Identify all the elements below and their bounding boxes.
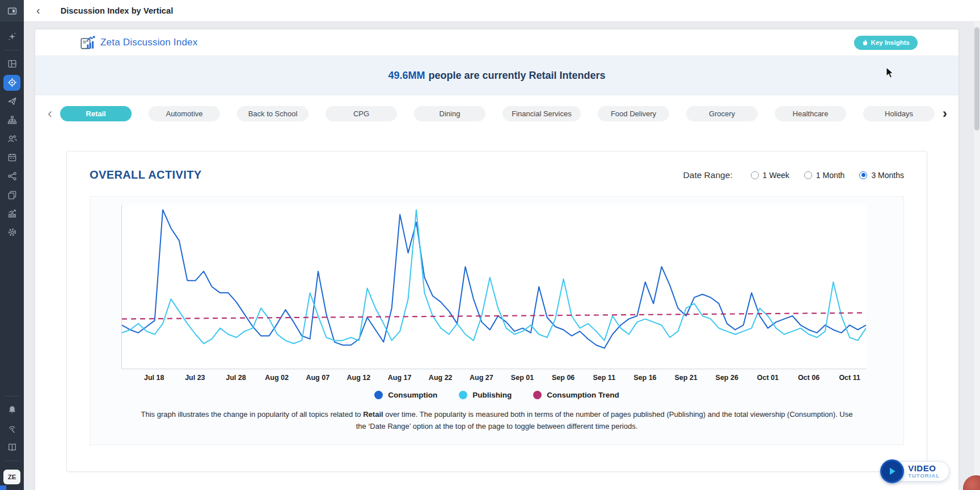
x-tick-label: Aug 27 bbox=[470, 374, 493, 382]
x-tick-label: Sep 11 bbox=[593, 374, 615, 382]
tab-cpg[interactable]: CPG bbox=[326, 106, 397, 121]
chart-plot-area bbox=[121, 205, 866, 369]
x-tick-label: Aug 12 bbox=[347, 374, 371, 382]
intenders-text: people are currently Retail Intenders bbox=[428, 70, 605, 82]
legend-swatch-icon bbox=[459, 391, 467, 399]
legend-label: Publishing bbox=[472, 391, 512, 399]
pages-icon[interactable] bbox=[0, 185, 24, 204]
x-tick-label: Jul 23 bbox=[185, 374, 205, 382]
legend-item-consumption-trend[interactable]: Consumption Trend bbox=[533, 391, 619, 399]
x-tick-label: Oct 11 bbox=[839, 374, 860, 382]
legend-label: Consumption bbox=[388, 391, 437, 399]
back-button[interactable]: ‹ bbox=[36, 5, 40, 16]
logo-text: Zeta Discussion Index bbox=[100, 37, 197, 48]
intenders-count: 49.6MM bbox=[388, 70, 425, 82]
x-tick-label: Sep 16 bbox=[633, 374, 656, 382]
zeta-logo-icon bbox=[81, 36, 95, 49]
radio-label: 1 Month bbox=[816, 171, 845, 180]
x-tick-label: Oct 06 bbox=[798, 374, 820, 382]
sparkles-icon[interactable] bbox=[0, 27, 24, 46]
corner-indicator bbox=[0, 485, 6, 490]
vertical-scrollbar[interactable] bbox=[973, 22, 980, 490]
x-tick-label: Aug 17 bbox=[388, 374, 412, 382]
sidebar: ZE bbox=[0, 0, 24, 490]
radio-circle[interactable] bbox=[751, 171, 759, 179]
legend-swatch-icon bbox=[374, 391, 383, 399]
x-tick-label: Aug 02 bbox=[265, 374, 289, 382]
topbar: ‹ Discussion Index by Vertical bbox=[24, 0, 980, 22]
x-tick-label: Sep 01 bbox=[511, 374, 534, 382]
tab-grocery[interactable]: Grocery bbox=[686, 106, 758, 121]
share-icon[interactable] bbox=[0, 167, 24, 185]
legend-item-publishing[interactable]: Publishing bbox=[459, 391, 512, 399]
send-icon[interactable] bbox=[0, 92, 24, 111]
main-panel: Zeta Discussion Index Key Insights 49.6M… bbox=[35, 29, 958, 490]
x-tick-label: Oct 01 bbox=[757, 374, 779, 382]
radio-circle[interactable] bbox=[859, 171, 867, 179]
radio-1-month[interactable]: 1 Month bbox=[804, 171, 845, 180]
tab-automotive[interactable]: Automotive bbox=[149, 106, 220, 121]
flame-icon bbox=[862, 39, 868, 47]
docs-icon[interactable] bbox=[0, 438, 24, 457]
key-insights-button[interactable]: Key Insights bbox=[854, 36, 918, 50]
video-tutorial-button[interactable]: VIDEO TUTORIAL bbox=[880, 459, 949, 483]
x-tick-label: Aug 22 bbox=[429, 374, 453, 382]
trend-line bbox=[122, 313, 866, 319]
target-icon[interactable] bbox=[0, 73, 24, 92]
radio-label: 1 Week bbox=[763, 171, 789, 180]
tab-financial-services[interactable]: Financial Services bbox=[502, 106, 581, 121]
settings-icon[interactable] bbox=[0, 223, 24, 242]
radio-circle[interactable] bbox=[804, 171, 812, 179]
radio-label: 3 Months bbox=[871, 171, 904, 180]
tab-holidays[interactable]: Holidays bbox=[863, 106, 935, 121]
consumption-line bbox=[122, 210, 866, 348]
chart-legend: ConsumptionPublishingConsumption Trend bbox=[90, 391, 903, 399]
calendar-icon[interactable] bbox=[0, 148, 24, 167]
audience-icon[interactable] bbox=[0, 129, 24, 148]
tab-back-to-school[interactable]: Back to School bbox=[237, 106, 309, 121]
overall-activity-card: OVERALL ACTIVITY Date Range: 1 Week1 Mon… bbox=[66, 151, 927, 472]
chart-description: This graph illustrates the change in pop… bbox=[137, 408, 857, 432]
vertical-tabs: ‹ RetailAutomotiveBack to SchoolCPGDinin… bbox=[35, 95, 958, 132]
analytics-icon[interactable] bbox=[0, 204, 24, 223]
tabs-scroll-left-icon[interactable]: ‹ bbox=[44, 107, 56, 120]
page-title: Discussion Index by Vertical bbox=[61, 6, 174, 15]
tab-healthcare[interactable]: Healthcare bbox=[775, 106, 846, 121]
legend-label: Consumption Trend bbox=[547, 391, 619, 399]
app-logo-icon[interactable] bbox=[0, 0, 24, 22]
x-axis: Jul 18Jul 23Jul 28Aug 02Aug 07Aug 12Aug … bbox=[121, 369, 866, 384]
radio-1-week[interactable]: 1 Week bbox=[751, 171, 789, 180]
zeta-logo: Zeta Discussion Index bbox=[81, 36, 197, 49]
user-avatar[interactable]: ZE bbox=[3, 470, 20, 484]
feedback-icon[interactable] bbox=[0, 419, 24, 438]
hierarchy-icon[interactable] bbox=[0, 111, 24, 129]
tab-food-delivery[interactable]: Food Delivery bbox=[598, 106, 669, 121]
x-tick-label: Jul 18 bbox=[144, 374, 164, 382]
x-tick-label: Sep 06 bbox=[552, 374, 575, 382]
legend-swatch-icon bbox=[533, 391, 542, 399]
legend-item-consumption[interactable]: Consumption bbox=[374, 391, 437, 399]
tab-dining[interactable]: Dining bbox=[414, 106, 485, 121]
x-tick-label: Sep 21 bbox=[674, 374, 697, 382]
play-icon bbox=[880, 459, 904, 483]
date-range-label: Date Range: bbox=[683, 170, 733, 180]
notifications-icon[interactable] bbox=[0, 400, 24, 419]
dashboard-icon[interactable] bbox=[0, 54, 24, 73]
tabs-scroll-right-icon[interactable]: › bbox=[939, 107, 951, 120]
radio-3-months[interactable]: 3 Months bbox=[859, 171, 904, 180]
scrollbar-thumb[interactable] bbox=[974, 27, 979, 130]
x-tick-label: Jul 28 bbox=[226, 374, 246, 382]
card-title: OVERALL ACTIVITY bbox=[90, 168, 202, 181]
x-tick-label: Sep 26 bbox=[716, 374, 738, 382]
tab-retail[interactable]: Retail bbox=[60, 106, 132, 121]
x-tick-label: Aug 07 bbox=[306, 374, 330, 382]
date-range-group: Date Range: 1 Week1 Month3 Months bbox=[683, 170, 904, 180]
intenders-banner: 49.6MM people are currently Retail Inten… bbox=[35, 56, 958, 95]
activity-chart: Jul 18Jul 23Jul 28Aug 02Aug 07Aug 12Aug … bbox=[90, 196, 904, 445]
